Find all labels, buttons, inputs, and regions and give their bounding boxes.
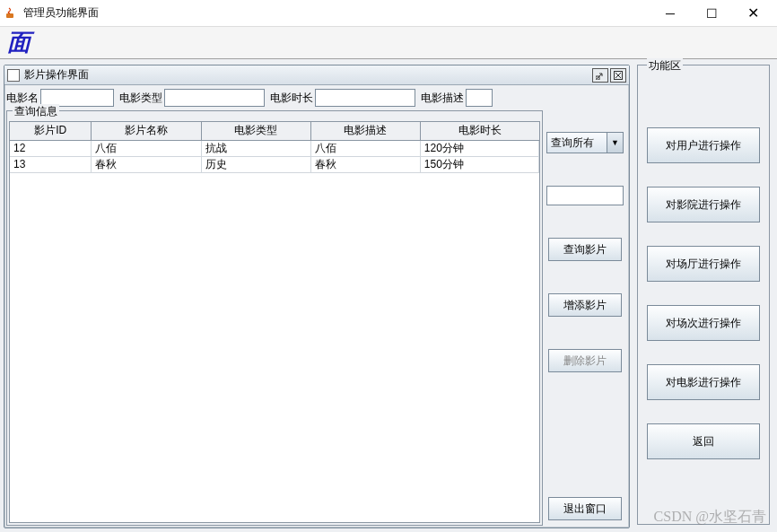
table-cell: 春秋 (92, 156, 201, 172)
func-button-0[interactable]: 对用户进行操作 (647, 127, 760, 163)
duration-input[interactable] (315, 89, 415, 107)
query-legend: 查询信息 (13, 104, 59, 119)
internal-frame-titlebar: 影片操作界面 (4, 65, 629, 85)
table-cell: 150分钟 (420, 156, 538, 172)
app-logo: 面 (7, 27, 31, 58)
java-app-icon (4, 6, 18, 21)
film-form-row: 电影名 电影类型 电影时长 电影描述 (6, 87, 543, 109)
table-cell: 抗战 (201, 140, 310, 156)
func-button-2[interactable]: 对场厅进行操作 (647, 246, 760, 282)
func-button-4[interactable]: 对电影进行操作 (647, 364, 760, 400)
table-cell: 120分钟 (420, 140, 538, 156)
type-input[interactable] (164, 89, 265, 107)
func-button-1[interactable]: 对影院进行操作 (647, 187, 760, 222)
film-table-wrap: 影片ID影片名称电影类型电影描述电影时长 12八佰抗战八佰120分钟13春秋历史… (9, 121, 540, 523)
delete-film-button[interactable]: 删除影片 (548, 349, 622, 372)
table-header[interactable]: 电影时长 (420, 122, 538, 140)
duration-label: 电影时长 (270, 91, 313, 106)
table-cell: 历史 (201, 156, 310, 172)
frame-maximize-button[interactable] (592, 68, 608, 83)
name-label: 电影名 (6, 91, 39, 106)
film-internal-frame: 影片操作界面 电影名 电影类型 电影时长 电影描述 (4, 65, 630, 528)
query-fieldset: 查询信息 影片ID影片名称电影类型电影描述电影时长 12八佰抗战八佰120分钟1… (6, 110, 543, 526)
film-table[interactable]: 影片ID影片名称电影类型电影描述电影时长 12八佰抗战八佰120分钟13春秋历史… (10, 122, 539, 173)
table-row[interactable]: 12八佰抗战八佰120分钟 (10, 140, 539, 156)
header-bar: 面 (0, 27, 777, 59)
window-titlebar: 管理员功能界面 ─ ☐ ✕ (0, 0, 777, 27)
function-panel: 功能区 对用户进行操作对影院进行操作对场厅进行操作对场次进行操作对电影进行操作返… (637, 65, 770, 525)
frame-close-button[interactable] (610, 68, 626, 83)
func-button-3[interactable]: 对场次进行操作 (647, 305, 760, 341)
maximize-button[interactable]: ☐ (691, 0, 732, 27)
table-header[interactable]: 电影描述 (310, 122, 420, 140)
table-cell: 八佰 (310, 140, 420, 156)
exit-window-button[interactable]: 退出窗口 (548, 497, 622, 520)
table-cell: 八佰 (92, 140, 201, 156)
window-title: 管理员功能界面 (23, 5, 650, 21)
type-label: 电影类型 (119, 91, 162, 106)
minimize-button[interactable]: ─ (650, 0, 691, 27)
query-film-button[interactable]: 查询影片 (548, 238, 622, 261)
svg-rect-0 (6, 13, 13, 18)
desc-label: 电影描述 (421, 91, 464, 106)
table-header[interactable]: 电影类型 (201, 122, 310, 140)
table-cell: 春秋 (310, 156, 420, 172)
table-header[interactable]: 影片ID (10, 122, 92, 140)
search-input[interactable] (546, 186, 624, 205)
combo-value: 查询所有 (546, 132, 607, 153)
func-button-5[interactable]: 返回 (647, 423, 760, 459)
table-cell: 13 (10, 156, 92, 172)
frame-icon (7, 69, 20, 82)
table-header[interactable]: 影片名称 (92, 122, 201, 140)
chevron-down-icon: ▼ (607, 132, 624, 153)
function-legend: 功能区 (647, 58, 683, 74)
add-film-button[interactable]: 增添影片 (548, 293, 622, 317)
close-button[interactable]: ✕ (732, 0, 773, 27)
desc-input[interactable] (466, 89, 493, 107)
table-row[interactable]: 13春秋历史春秋150分钟 (10, 156, 539, 172)
table-cell: 12 (10, 140, 92, 156)
query-mode-combo[interactable]: 查询所有 ▼ (546, 132, 624, 153)
internal-frame-title: 影片操作界面 (24, 67, 590, 83)
